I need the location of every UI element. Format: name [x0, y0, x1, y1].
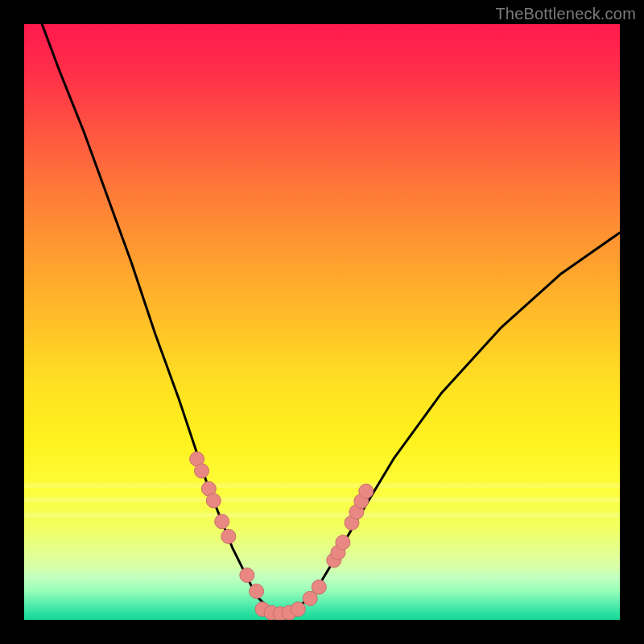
- bottleneck-curve: [42, 24, 620, 614]
- data-dot: [291, 602, 305, 617]
- data-dot: [215, 514, 229, 529]
- chart-container: TheBottleneck.com: [0, 0, 644, 644]
- data-dot: [250, 584, 264, 599]
- data-dot: [312, 580, 326, 594]
- plot-area: [24, 24, 620, 620]
- data-dot: [195, 464, 209, 478]
- data-dot: [240, 568, 254, 583]
- watermark-text: TheBottleneck.com: [495, 5, 636, 23]
- data-dot: [221, 529, 236, 543]
- data-dot: [336, 535, 350, 550]
- data-dot: [359, 484, 374, 498]
- curve-layer: [24, 24, 620, 620]
- data-dot: [206, 493, 221, 508]
